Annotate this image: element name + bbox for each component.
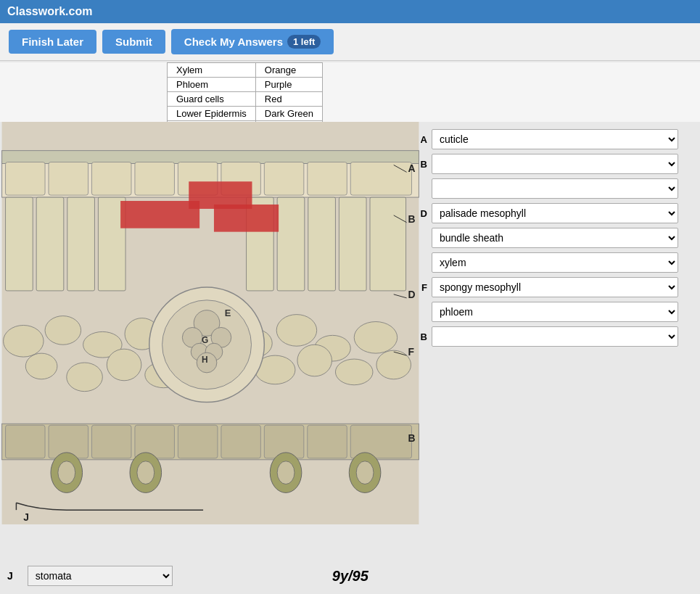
- svg-rect-2: [2, 151, 419, 164]
- label-b2: B: [417, 331, 427, 342]
- diagram-area: E G H: [0, 122, 421, 528]
- dropdown-g[interactable]: cuticle upper epidermis palisade mesophy…: [432, 277, 678, 297]
- finish-later-button[interactable]: Finish Later: [9, 30, 96, 54]
- legend-structure: Guard cells: [168, 92, 256, 107]
- dropdown-row-g: F cuticle upper epidermis palisade mesop…: [417, 277, 693, 297]
- svg-rect-14: [67, 197, 95, 291]
- svg-point-66: [137, 461, 155, 484]
- svg-point-68: [356, 461, 374, 484]
- svg-rect-4: [49, 162, 88, 196]
- svg-rect-21: [120, 201, 199, 228]
- bottom-label-j: J: [7, 570, 13, 582]
- svg-text:B: B: [408, 213, 416, 225]
- toolbar: Finish Later Submit Check My Answers 1 l…: [0, 23, 700, 61]
- svg-rect-59: [308, 425, 347, 458]
- svg-point-39: [376, 350, 411, 379]
- svg-rect-54: [91, 425, 131, 458]
- svg-rect-3: [6, 162, 46, 196]
- legend-color: Red: [255, 92, 322, 107]
- svg-point-33: [67, 363, 103, 392]
- svg-point-31: [354, 322, 397, 354]
- right-panel: A cuticle upper epidermis palisade mesop…: [417, 122, 693, 354]
- dropdown-e[interactable]: cuticle upper epidermis palisade mesophy…: [432, 228, 678, 248]
- legend-color: Dark Green: [255, 107, 322, 121]
- svg-rect-20: [370, 197, 406, 291]
- svg-point-65: [58, 461, 75, 484]
- dropdown-c[interactable]: cuticle upper epidermis palisade mesophy…: [432, 178, 678, 199]
- svg-rect-12: [6, 197, 33, 291]
- svg-rect-57: [221, 425, 261, 458]
- check-answers-label: Check My Answers: [184, 36, 283, 48]
- dropdown-a[interactable]: cuticle upper epidermis palisade mesophy…: [432, 129, 678, 149]
- check-answers-button[interactable]: Check My Answers 1 left: [171, 29, 334, 54]
- svg-rect-13: [36, 197, 64, 291]
- svg-text:B: B: [408, 432, 416, 444]
- dropdown-row-d: D cuticle upper epidermis palisade mesop…: [417, 203, 693, 223]
- svg-point-24: [4, 325, 44, 357]
- svg-rect-9: [264, 162, 304, 196]
- dropdown-row-f: cuticle upper epidermis palisade mesophy…: [417, 252, 693, 273]
- dropdown-b1[interactable]: cuticle upper epidermis palisade mesophy…: [432, 154, 678, 174]
- legend-area: XylemOrangePhloemPurpleGuard cellsRedLow…: [0, 62, 700, 122]
- dropdown-row-h: cuticle upper epidermis palisade mesophy…: [417, 302, 693, 322]
- svg-rect-10: [308, 162, 347, 196]
- score-display: 9y/95: [332, 568, 368, 585]
- label-g: F: [417, 282, 427, 293]
- svg-rect-19: [339, 197, 366, 291]
- svg-point-37: [297, 345, 332, 376]
- dropdown-h[interactable]: cuticle upper epidermis palisade mesophy…: [432, 302, 678, 322]
- leaf-diagram-svg: E G H: [0, 122, 421, 524]
- svg-point-25: [45, 316, 81, 345]
- svg-rect-52: [6, 425, 46, 458]
- svg-rect-11: [350, 162, 411, 196]
- legend-color: Purple: [255, 78, 322, 92]
- svg-point-38: [335, 359, 373, 385]
- legend-structure: Phloem: [168, 78, 256, 92]
- dropdown-d[interactable]: cuticle upper epidermis palisade mesophy…: [432, 203, 678, 223]
- top-bar: Classwork.com: [0, 0, 700, 23]
- submit-button[interactable]: Submit: [102, 30, 165, 54]
- svg-rect-23: [214, 205, 279, 232]
- svg-text:F: F: [408, 346, 414, 358]
- label-b1: B: [417, 159, 427, 170]
- label-d: D: [417, 208, 427, 219]
- site-title: Classwork.com: [7, 5, 92, 18]
- svg-rect-18: [308, 197, 336, 291]
- svg-text:H: H: [202, 355, 208, 365]
- diagram-and-dropdowns: E G H: [0, 122, 700, 593]
- svg-rect-17: [277, 197, 305, 291]
- svg-text:G: G: [202, 335, 208, 345]
- svg-text:D: D: [408, 289, 416, 300]
- svg-rect-6: [135, 162, 175, 196]
- dropdown-row-a: A cuticle upper epidermis palisade mesop…: [417, 129, 693, 149]
- dropdown-row-c: cuticle upper epidermis palisade mesophy…: [417, 178, 693, 199]
- svg-point-67: [277, 461, 295, 484]
- legend-structure: Lower Epidermis: [168, 107, 256, 121]
- svg-text:A: A: [408, 162, 416, 174]
- dropdown-f[interactable]: cuticle upper epidermis palisade mesophy…: [432, 252, 678, 273]
- dropdown-row-b2: B cuticle upper epidermis palisade mesop…: [417, 326, 693, 347]
- svg-rect-5: [91, 162, 131, 196]
- svg-point-32: [25, 353, 57, 379]
- bottom-stomata-dropdown[interactable]: stomata cuticle upper epidermis palisade…: [28, 566, 173, 586]
- legend-structure: Xylem: [168, 63, 256, 78]
- dropdown-row-b1: B cuticle upper epidermis palisade mesop…: [417, 154, 693, 174]
- svg-point-34: [107, 349, 141, 381]
- label-a: A: [417, 134, 427, 145]
- svg-text:E: E: [225, 308, 231, 318]
- bottom-area: J stomata cuticle upper epidermis palisa…: [0, 566, 700, 586]
- answers-left-badge: 1 left: [287, 35, 321, 49]
- dropdown-row-e: cuticle upper epidermis palisade mesophy…: [417, 228, 693, 248]
- legend-color: Orange: [255, 63, 322, 78]
- dropdown-b2[interactable]: cuticle upper epidermis palisade mesophy…: [432, 326, 678, 347]
- svg-point-29: [276, 315, 317, 347]
- svg-rect-56: [178, 425, 218, 458]
- svg-text:J: J: [23, 511, 29, 523]
